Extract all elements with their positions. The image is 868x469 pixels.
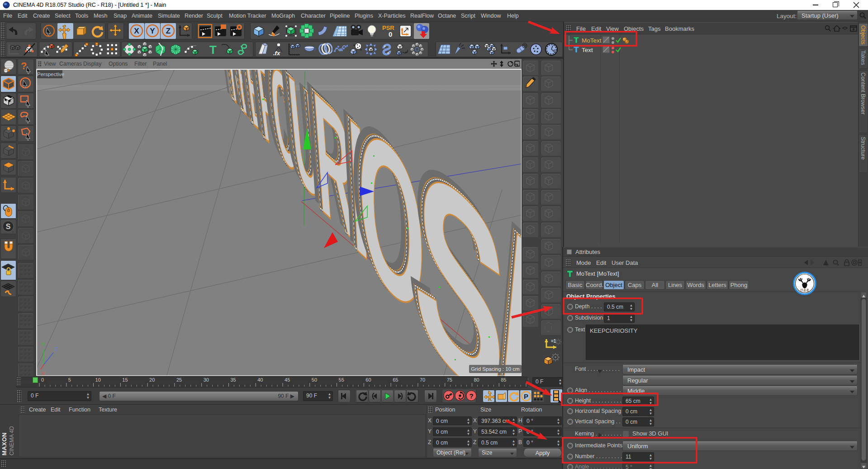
svg-text:10: 10 [95,377,101,383]
svg-text:P: P [524,392,528,400]
svg-text:45: 45 [285,377,290,383]
svg-text:MoText: MoText [582,37,602,44]
svg-text:80: 80 [474,377,479,383]
svg-text:30: 30 [204,377,209,383]
svg-text:20: 20 [149,377,155,383]
svg-text:Z: Z [166,27,171,35]
svg-text:15: 15 [122,377,128,383]
svg-text:70: 70 [420,377,425,383]
svg-text:?: ? [21,60,27,72]
svg-text:T: T [209,43,217,57]
svg-text:55: 55 [339,377,344,383]
svg-text:0: 0 [389,30,392,38]
svg-text:35: 35 [230,377,236,383]
svg-text:0: 0 [41,377,44,383]
svg-text:5: 5 [68,377,71,383]
svg-text:85: 85 [501,377,506,383]
svg-text:25: 25 [176,377,182,383]
svg-text:行走者: 行走者 [800,288,809,292]
svg-text:60: 60 [365,377,371,383]
svg-text:90: 90 [528,377,528,383]
svg-text:S: S [6,223,11,230]
svg-text:75: 75 [447,377,452,383]
svg-text:=1: =1 [551,339,556,344]
svg-text:?: ? [469,392,473,400]
svg-text:50: 50 [312,377,317,383]
svg-text:X: X [134,27,139,35]
svg-text:Y: Y [42,342,45,347]
svg-text:Text: Text [582,47,593,53]
svg-text:Z: Z [55,346,58,352]
svg-text:Y: Y [150,27,155,35]
svg-text:40: 40 [257,377,263,383]
svg-text:.fx: .fx [273,50,280,57]
svg-text:65: 65 [393,377,398,383]
